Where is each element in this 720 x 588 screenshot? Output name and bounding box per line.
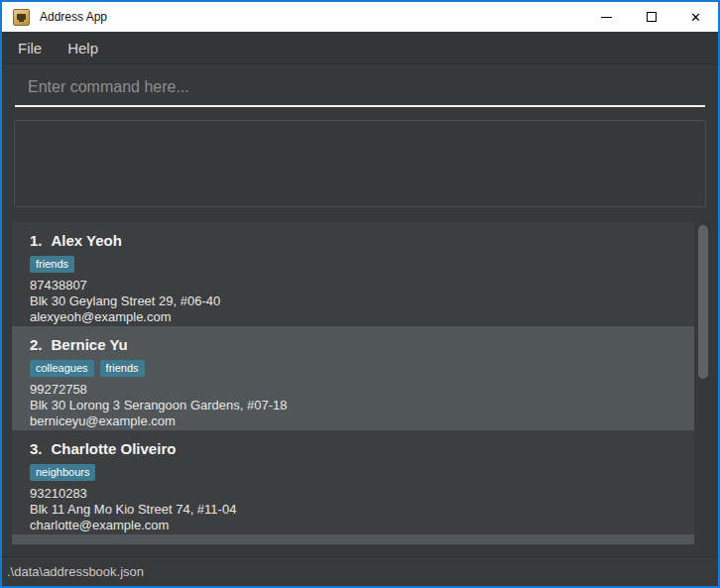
person-tags: friends	[30, 256, 694, 273]
command-input[interactable]	[15, 73, 705, 107]
command-box	[2, 64, 718, 120]
close-icon: ✕	[690, 11, 701, 24]
person-list: 1. Alex Yeoh friends 87438807 Blk 30 Gey…	[2, 222, 718, 544]
person-email: alexyeoh@example.com	[30, 309, 694, 325]
close-button[interactable]: ✕	[673, 2, 718, 32]
person-phone: 93210283	[30, 486, 694, 502]
person-card[interactable]: 2. Bernice Yu colleaguesfriends 99272758…	[12, 326, 694, 430]
person-tags: colleaguesfriends	[30, 360, 694, 377]
person-name-row: 2. Bernice Yu	[30, 336, 694, 353]
person-email: berniceyu@example.com	[30, 413, 694, 429]
person-tag: friends	[30, 256, 74, 273]
address-book-icon	[13, 9, 30, 26]
person-tags: neighbours	[30, 464, 694, 481]
window-title: Address App	[40, 10, 107, 24]
minimize-button[interactable]	[584, 2, 629, 32]
app-window: Address App ✕ File Help 1. Alex Yeoh fri…	[0, 0, 720, 588]
minimize-icon	[601, 17, 612, 18]
window-controls: ✕	[584, 2, 718, 32]
person-phone: 99272758	[30, 382, 694, 398]
person-address: Blk 30 Lorong 3 Serangoon Gardens, #07-1…	[30, 398, 694, 413]
status-file-path: .\data\addressbook.json	[7, 564, 144, 579]
person-card[interactable]: 1. Alex Yeoh friends 87438807 Blk 30 Gey…	[12, 222, 694, 326]
person-address: Blk 11 Ang Mo Kio Street 74, #11-04	[30, 502, 694, 518]
result-display	[14, 120, 706, 207]
person-index: 3.	[30, 440, 43, 457]
person-name-row: 1. Alex Yeoh	[30, 232, 694, 249]
menu-help[interactable]: Help	[55, 32, 111, 63]
person-tag: friends	[100, 360, 145, 377]
person-address: Blk 30 Geylang Street 29, #06-40	[30, 294, 694, 309]
menu-file[interactable]: File	[5, 32, 55, 63]
person-phone: 87438807	[30, 278, 694, 294]
title-bar: Address App ✕	[2, 2, 718, 32]
person-tag: neighbours	[30, 464, 95, 481]
person-tag: colleagues	[30, 360, 94, 377]
vertical-scrollbar[interactable]	[697, 222, 710, 544]
person-name: Bernice Yu	[52, 336, 128, 353]
person-index: 2.	[30, 336, 43, 353]
person-name: Charlotte Oliveiro	[52, 440, 177, 457]
person-card-partial[interactable]	[12, 534, 694, 544]
person-index: 1.	[30, 232, 43, 249]
menu-bar: File Help	[2, 32, 718, 64]
status-bar: .\data\addressbook.json	[2, 556, 718, 586]
person-card[interactable]: 3. Charlotte Oliveiro neighbours 9321028…	[12, 430, 694, 534]
person-name: Alex Yeoh	[52, 232, 122, 249]
person-cards: 1. Alex Yeoh friends 87438807 Blk 30 Gey…	[12, 222, 694, 544]
person-email: charlotte@example.com	[30, 518, 694, 533]
person-name-row: 3. Charlotte Oliveiro	[30, 440, 694, 457]
scrollbar-thumb[interactable]	[698, 225, 708, 379]
maximize-button[interactable]	[629, 2, 673, 32]
maximize-icon	[647, 12, 657, 22]
